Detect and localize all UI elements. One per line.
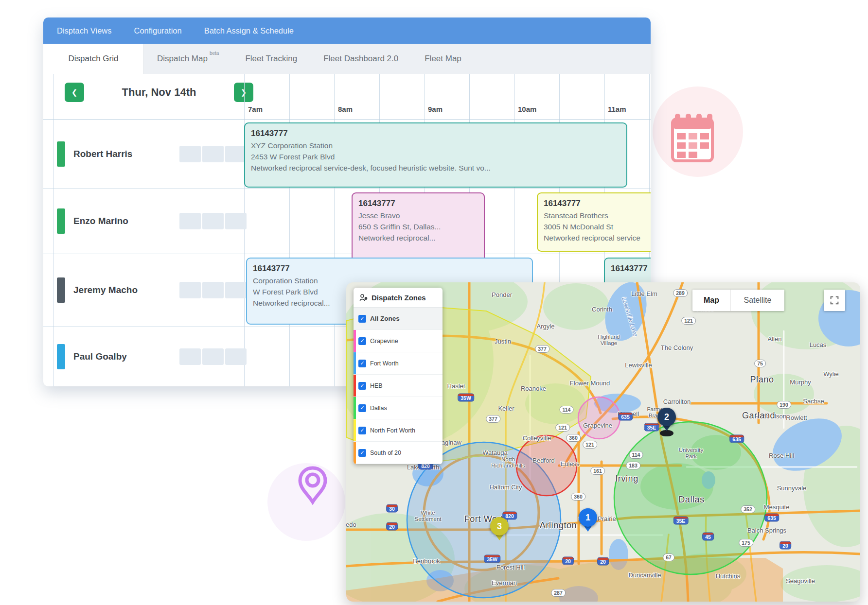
map-label-dallas: Dallas (678, 495, 705, 504)
map-label-the-colony: The Colony (661, 345, 693, 352)
job-detail-line: 3005 N McDonald St (544, 221, 651, 232)
date-label: Thur, Nov 14th (84, 83, 234, 102)
driver-slot-placeholder[interactable] (225, 282, 247, 298)
map-label-haltom-city: Haltom City (489, 484, 522, 491)
map-label-rose-hill: Rose Hill (769, 452, 794, 460)
dispatch-zones-panel: Dispatch Zones ✓All Zones✓Grapevine✓Fort… (354, 288, 443, 464)
zone-color-stripe (354, 330, 356, 352)
marker-circle: 2 (657, 408, 676, 426)
screenshot-stage: Disptach ViewsConfigurationBatch Assign … (0, 0, 868, 605)
map-type-map-button[interactable]: Map (692, 290, 730, 311)
highway-shield-183: 183 (626, 462, 640, 469)
zone-color-stripe (354, 442, 356, 464)
time-label-11am: 11am (608, 105, 626, 113)
map-label-flower-mound: Flower Mound (570, 380, 610, 387)
zone-item-north-fort-worth[interactable]: ✓North Fort Worth (354, 419, 443, 442)
job-id: 16143777 (251, 127, 620, 140)
job-id: 16143777 (358, 197, 478, 210)
driver-slot-placeholder[interactable] (202, 213, 224, 229)
driver-slot-placeholder[interactable] (225, 213, 247, 229)
highway-shield-30: 30 (386, 504, 398, 513)
zone-checkbox[interactable]: ✓ (358, 382, 366, 390)
calendar-icon (671, 114, 714, 162)
zone-label: South of 20 (370, 449, 401, 456)
map-type-control: Map Satellite (692, 290, 784, 311)
zone-checkbox[interactable]: ✓ (358, 404, 366, 412)
map-label-everman: Everman (492, 580, 517, 587)
zone-label: North Fort Worth (370, 427, 415, 434)
marker-circle: 3 (490, 517, 509, 536)
time-label-10am: 10am (518, 105, 536, 113)
highway-shield-20: 20 (597, 557, 609, 566)
highway-shield-360: 360 (566, 434, 581, 442)
location-pin-icon (298, 465, 328, 505)
zone-checkbox[interactable]: ✓ (358, 427, 366, 434)
zone-item-heb[interactable]: ✓HEB (354, 375, 443, 397)
grid-vline (289, 74, 290, 386)
marker-circle: 1 (579, 508, 597, 527)
highway-shield-20: 20 (562, 557, 574, 565)
zone-checkbox[interactable]: ✓ (358, 360, 366, 367)
driver-slot-placeholder[interactable] (179, 146, 201, 162)
grid-vline (244, 74, 245, 386)
driver-slot-placeholder[interactable] (179, 282, 201, 298)
driver-status-bar (57, 141, 65, 167)
map-label-university-park: University Park (679, 447, 703, 460)
job-block[interactable]: 16143777Stanstead Brothers3005 N McDonal… (537, 192, 651, 252)
highway-shield-287: 287 (551, 589, 566, 597)
zone-item-all-zones[interactable]: ✓All Zones (354, 308, 443, 330)
map-label-murphy: Murphy (790, 379, 811, 386)
zone-checkbox[interactable]: ✓ (358, 337, 366, 345)
highway-shield-190: 190 (777, 401, 791, 409)
map-label-arlington: Arlington (540, 520, 577, 530)
map-label-allen: Allen (768, 336, 782, 343)
driver-slot-placeholder[interactable] (225, 348, 247, 365)
prev-day-button[interactable]: ❮ (65, 83, 84, 102)
job-detail-line: Networked reciprocal... (358, 232, 478, 243)
decorative-calendar-circle (653, 86, 743, 177)
marker-tail (495, 534, 504, 545)
zone-checkbox[interactable]: ✓ (358, 315, 366, 323)
map-label-argyle: Argyle (537, 323, 555, 330)
dispatch-zones-title: Dispatch Zones (372, 294, 426, 302)
zone-color-stripe (354, 375, 356, 397)
zone-color-stripe (354, 352, 356, 374)
driver-name: Enzo Marino (73, 216, 128, 226)
driver-slot-placeholder[interactable] (179, 348, 201, 365)
map-type-satellite-button[interactable]: Satellite (730, 290, 784, 311)
zone-label: Fort Worth (370, 360, 399, 367)
dispatch-map[interactable]: PonderJustinArgyleCorinthHighland Villag… (346, 282, 860, 602)
decorative-pin-circle (267, 463, 345, 541)
driver-slot-placeholder[interactable] (202, 282, 224, 298)
zone-item-grapevine[interactable]: ✓Grapevine (354, 330, 443, 352)
marker-tail (662, 425, 671, 435)
fullscreen-button[interactable] (824, 290, 845, 311)
map-label-plano: Plano (750, 375, 774, 384)
zone-item-fort-worth[interactable]: ✓Fort Worth (354, 352, 443, 375)
time-label-8am: 8am (338, 105, 353, 113)
map-label-little-elm: Little Elm (631, 291, 657, 298)
zone-list: ✓All Zones✓Grapevine✓Fort Worth✓HEB✓Dall… (354, 308, 443, 464)
zone-checkbox[interactable]: ✓ (358, 449, 366, 457)
driver-slot-placeholder[interactable] (179, 213, 201, 229)
job-block[interactable]: 16143777Jesse Bravo650 S Griffin St, Dal… (352, 192, 485, 263)
highway-shield-114: 114 (560, 406, 574, 414)
driver-slot-placeholder[interactable] (202, 348, 224, 365)
grid-row-divider (43, 254, 651, 254)
highway-shield-161: 161 (590, 467, 605, 475)
map-label-hutchins: Hutchins (716, 573, 741, 580)
job-block[interactable]: 16143777XYZ Corporation Station2453 W Fo… (244, 122, 627, 188)
time-label-9am: 9am (428, 105, 443, 113)
highway-shield-289: 289 (673, 289, 688, 297)
time-label-7am: 7am (248, 105, 263, 113)
highway-shield-75: 75 (754, 360, 766, 367)
zone-item-dallas[interactable]: ✓Dallas (354, 397, 443, 419)
map-label-lewisville: Lewisville (625, 362, 652, 369)
next-day-button[interactable]: ❯ (234, 83, 253, 102)
zone-item-south-of-20[interactable]: ✓South of 20 (354, 442, 443, 464)
map-label-watauga: Watauga (482, 449, 508, 457)
driver-slot-placeholder[interactable] (225, 146, 247, 162)
zone-label: Grapevine (370, 338, 398, 345)
driver-slot-placeholder[interactable] (202, 146, 224, 162)
map-label-bedford: Bedford (532, 457, 555, 465)
